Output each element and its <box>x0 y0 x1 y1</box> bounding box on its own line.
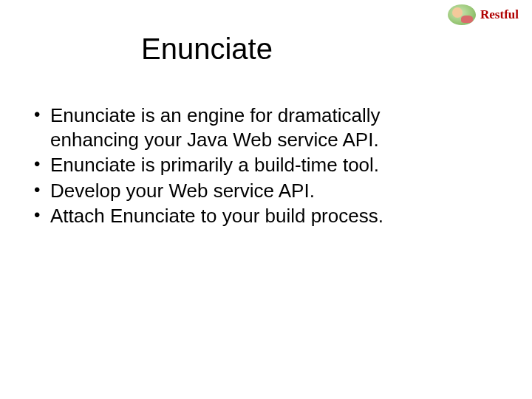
list-item: Enunciate is primarily a build-time tool… <box>30 153 443 177</box>
slide-content: Enunciate is an engine for dramatically … <box>30 103 443 230</box>
header-badge: Restful <box>448 4 519 25</box>
rest-icon <box>448 4 476 25</box>
slide: Restful Enunciate Enunciate is an engine… <box>0 0 532 399</box>
slide-title: Enunciate <box>0 33 414 66</box>
badge-label: Restful <box>480 7 519 22</box>
list-item: Enunciate is an engine for dramatically … <box>30 103 443 151</box>
bullet-list: Enunciate is an engine for dramatically … <box>30 103 443 228</box>
list-item: Attach Enunciate to your build process. <box>30 204 443 228</box>
list-item: Develop your Web service API. <box>30 179 443 203</box>
